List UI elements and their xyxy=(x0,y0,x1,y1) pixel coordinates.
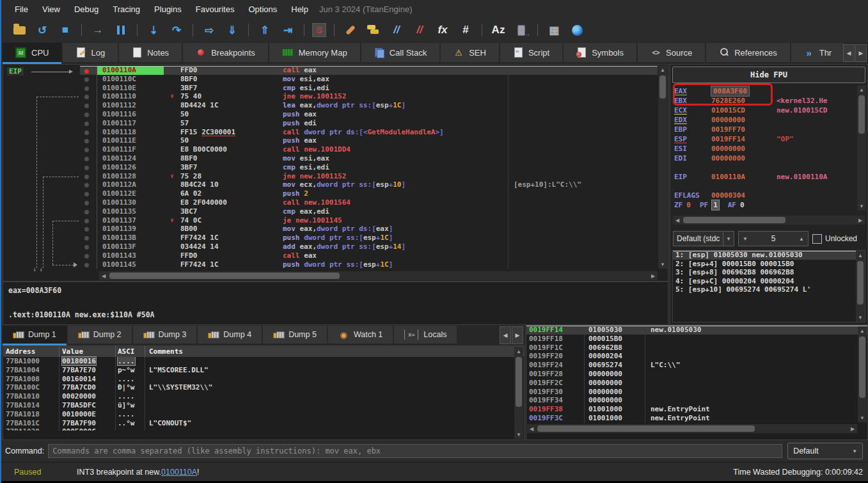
command-line-icon[interactable]: → xyxy=(513,23,530,37)
open-file-icon[interactable] xyxy=(11,23,28,37)
dump-row[interactable]: 77BA100477BA7E70p~°wL"MSCOREE.DLL" xyxy=(3,366,524,375)
dump-tab-dump-4[interactable]: Dump 4 xyxy=(198,326,262,344)
spinner-up-icon[interactable]: ▲ xyxy=(799,236,804,242)
threads-icon[interactable]: // xyxy=(388,23,405,37)
disassembly-row[interactable]: 01001143FFD0call eax xyxy=(80,251,658,260)
tab-script[interactable]: ‹›Script xyxy=(500,43,562,62)
tab-memory-map[interactable]: Memory Map xyxy=(269,43,360,62)
comments-icon[interactable] xyxy=(365,23,382,37)
globe-icon[interactable] xyxy=(569,23,585,37)
dump-row[interactable]: 77BA10180010000E.... xyxy=(3,410,524,419)
tab-seh[interactable]: ⚠SEH xyxy=(441,43,499,62)
dump-tab-dump-2[interactable]: Dump 2 xyxy=(68,326,132,344)
dump-header-asci[interactable]: ASCI xyxy=(116,346,145,357)
tab-log[interactable]: Log xyxy=(63,43,118,62)
unlocked-checkbox[interactable]: Unlocked xyxy=(812,234,857,244)
menu-item-favourites[interactable]: Favourites xyxy=(189,4,242,14)
restart-icon[interactable]: ↺ xyxy=(34,23,51,37)
argument-row[interactable]: 3: [esp+8] 006962B8 006962B8 xyxy=(673,268,865,277)
step-into-icon[interactable]: ⇣ xyxy=(145,23,162,37)
stack-row[interactable]: 0019FF3400000000 xyxy=(526,396,867,405)
disassembly-row[interactable]: 0100110E3BF7cmp esi,edi xyxy=(80,84,658,93)
tab-cpu[interactable]: 32CPU xyxy=(3,43,61,64)
stack-row[interactable]: 0019FF1401005030new.01005030 xyxy=(526,326,867,335)
dump-row[interactable]: 77BA100000180016.... xyxy=(3,357,524,366)
menu-item-view[interactable]: View xyxy=(35,4,67,14)
dump-tab-dump-5[interactable]: Dump 5 xyxy=(263,326,327,344)
hide-fpu-button[interactable]: Hide FPU xyxy=(672,67,865,83)
stack-row[interactable]: 0019FF2800000000 xyxy=(526,370,867,379)
dump-header-value[interactable]: Value xyxy=(59,346,116,357)
dump-row[interactable]: 77BA100C77BA7CD0Ð|°wL"\\SYSTEM32\\" xyxy=(3,383,524,392)
disassembly-row[interactable]: 010011263BF7cmp esi,edi xyxy=(80,163,658,172)
command-input[interactable] xyxy=(48,444,782,458)
register-row-edi[interactable]: EDI00000000 xyxy=(674,154,856,163)
execute-till-return-icon[interactable]: ⇑ xyxy=(256,23,273,37)
register-row-edx[interactable]: EDX00000000 xyxy=(674,115,856,125)
disassembly-row[interactable]: 010011128D4424 1Clea eax,dword ptr ss:[e… xyxy=(80,101,658,110)
stack-row[interactable]: 0019FF3C01001000new.EntryPoint xyxy=(526,414,867,423)
calling-convention-select[interactable]: Default (stdc ▼ xyxy=(673,231,734,246)
checkbox-icon[interactable] xyxy=(812,234,822,244)
fx-icon[interactable]: fx xyxy=(434,23,451,37)
menu-item-options[interactable]: Options xyxy=(241,4,284,14)
az-icon[interactable]: Az xyxy=(490,23,507,37)
breakpoint-address-link[interactable]: 0100110A xyxy=(161,468,197,477)
register-row-eip[interactable]: EIP0100110Anew.0100110A xyxy=(674,172,856,182)
registers-vscrollbar[interactable]: ▲ ▼ xyxy=(857,85,866,210)
menu-item-plugins[interactable]: Plugins xyxy=(147,4,189,14)
stack-row[interactable]: 0019FF3000000000 xyxy=(526,388,867,397)
dump-tab-watch-1[interactable]: ◉Watch 1 xyxy=(328,326,393,344)
dump-scroll-left-icon[interactable]: ◀ xyxy=(500,326,511,344)
dump-row[interactable]: 77BA101000020000.... xyxy=(3,392,524,401)
arguments-vscrollbar[interactable]: ▲ ▼ xyxy=(856,251,865,322)
tab-scroll-right-icon[interactable]: ▶ xyxy=(855,44,867,62)
disassembly-row[interactable]: 0100113F034424 14add eax,dword ptr ss:[e… xyxy=(80,242,658,251)
pause-icon[interactable] xyxy=(113,23,129,37)
dump-header-comments[interactable]: Comments xyxy=(145,346,524,357)
command-profile-select[interactable]: Default ▼ xyxy=(787,443,863,459)
stack-row[interactable]: 0019FF2400695274L"C:\\" xyxy=(526,361,867,370)
tab-source[interactable]: <>Source xyxy=(638,43,705,62)
dump-row[interactable]: 77BA101477BA5DFCü]°w xyxy=(3,401,524,410)
register-row-ecx[interactable]: ECX010015CDnew.010015CD xyxy=(674,106,856,115)
menu-item-tracing[interactable]: Tracing xyxy=(106,4,147,14)
disassembly-row[interactable]: 01001130E8 2F040000call new.1001564 xyxy=(80,198,658,207)
disassembly-row[interactable]: 010011353BC7cmp eax,edi xyxy=(80,207,658,216)
argument-row[interactable]: 2: [esp+4] 000015B0 000015B0 xyxy=(673,260,865,269)
dump-row[interactable]: 77BA10200005000C xyxy=(3,427,524,431)
disassembly-row[interactable]: 01001110∨75 40jne new.1001152 xyxy=(80,92,658,101)
argument-row[interactable]: 1: [esp] 01005030 new.01005030 xyxy=(673,251,865,260)
dump-scroll-right-icon[interactable]: ▶ xyxy=(512,326,523,344)
stack-row[interactable]: 0019FF2000000204 xyxy=(526,352,867,361)
stack-row[interactable]: 0019FF3801001000new.EntryPoint xyxy=(526,405,867,414)
dump-header-address[interactable]: Address xyxy=(3,346,59,357)
disassembly-row[interactable]: 0100110AFFD0call eax xyxy=(80,66,658,75)
disassembly-row[interactable]: 01001118FF15 2C300001call dword ptr ds:[… xyxy=(80,128,658,137)
dump-vscrollbar[interactable]: ▲ ▼ xyxy=(514,347,523,439)
disassembly-row[interactable]: 0100112A8B4C24 10mov ecx,dword ptr ss:[e… xyxy=(80,180,658,189)
dump-row[interactable]: 77BA100800160014.... xyxy=(3,375,524,384)
disassembly-row[interactable]: 0100111650push eax xyxy=(80,110,658,119)
disassembly-row[interactable]: 01001145FF7424 1Cpush dword ptr ss:[esp+… xyxy=(80,260,658,269)
disassembly-row[interactable]: 0100111757push edi xyxy=(80,119,658,128)
tab-notes[interactable]: Notes xyxy=(119,43,182,62)
detach-icon[interactable]: // xyxy=(411,23,428,37)
stack-vscrollbar[interactable]: ▲ ▼ xyxy=(858,326,867,422)
dump-tab-dump-1[interactable]: Dump 1 xyxy=(3,326,67,345)
disassembly-row[interactable]: 0100113BFF7424 1Cpush dword ptr ss:[esp+… xyxy=(80,234,658,242)
disasm-vscrollbar[interactable]: ▲ ▼ xyxy=(658,65,667,269)
dump-row[interactable]: 77BA101C77BA7F90..°wL"CONOUT$" xyxy=(3,419,524,428)
disassembly-row[interactable]: 010011398B00mov eax,dword ptr ds:[eax] xyxy=(80,225,658,234)
calculator-icon[interactable]: ▦ xyxy=(546,23,562,37)
tab-references[interactable]: References xyxy=(706,43,789,62)
argument-row[interactable]: 4: [esp+C] 00000204 00000204 xyxy=(673,277,865,286)
stack-row[interactable]: 0019FF18000015B0 xyxy=(526,335,867,344)
run-to-user-code-icon[interactable]: ⇥ xyxy=(280,23,296,37)
trace-over-icon[interactable]: ⇓ xyxy=(224,23,241,37)
tab-breakpoints[interactable]: Breakpoints xyxy=(183,43,268,62)
disassembly-row[interactable]: 01001137∨74 0Cje new.1001145 xyxy=(80,216,658,225)
disassembly-row[interactable]: 0100111FE8 B00C0000call new.1001DD4 xyxy=(80,145,658,154)
stack-row[interactable]: 0019FF1C006962B8 xyxy=(526,344,867,352)
hash-icon[interactable]: # xyxy=(457,23,474,37)
